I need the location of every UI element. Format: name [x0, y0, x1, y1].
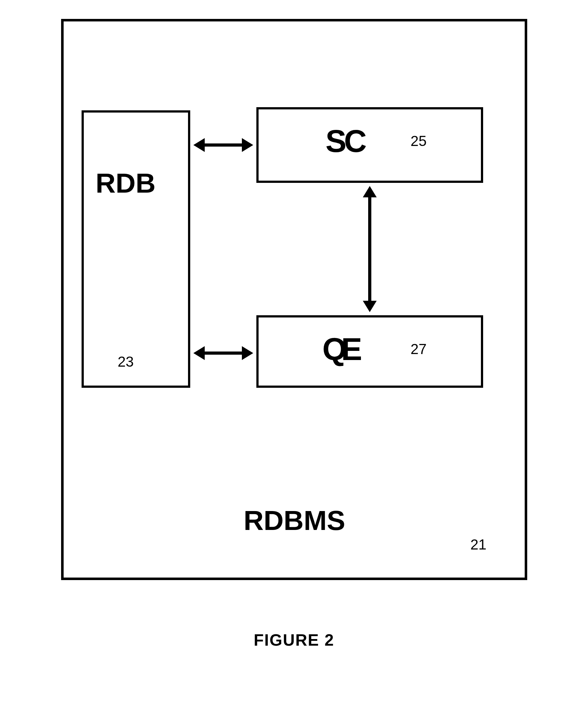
sc-ref-number: 25: [411, 133, 427, 149]
figure-caption: FIGURE 2: [13, 630, 575, 649]
rdb-block: [82, 111, 190, 388]
qe-block: [256, 315, 483, 388]
rdb-ref-number: 23: [118, 353, 134, 370]
arrow-sc-qe: [368, 196, 371, 303]
arrow-rdb-qe: [203, 352, 244, 355]
rdbms-label: RDBMS: [244, 504, 345, 537]
sc-block: [256, 107, 483, 183]
qe-ref-number: 27: [411, 340, 427, 358]
rdbms-ref-number: 21: [470, 536, 487, 553]
sc-label: SC: [326, 123, 364, 159]
arrow-rdb-sc: [203, 143, 244, 146]
rdb-label: RDB: [96, 167, 156, 199]
diagram-container: RDB 23 SC 25 QE 27 RDBMS 21: [48, 13, 540, 612]
qe-label: QE: [322, 331, 357, 367]
